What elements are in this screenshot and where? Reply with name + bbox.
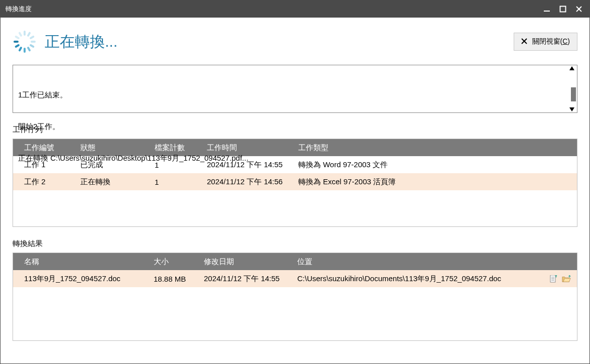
results-cell-name: 113年9月_1752_094527.doc bbox=[13, 274, 150, 284]
svg-rect-13 bbox=[14, 41, 19, 43]
svg-rect-6 bbox=[29, 35, 35, 39]
results-cell-modified: 2024/11/12 下午 14:55 bbox=[200, 274, 293, 284]
close-window-button[interactable] bbox=[575, 6, 582, 13]
results-header-size[interactable]: 大小 bbox=[150, 257, 200, 267]
scroll-up-button[interactable] bbox=[568, 66, 576, 70]
svg-rect-11 bbox=[18, 46, 22, 52]
svg-rect-9 bbox=[27, 46, 31, 52]
close-panel-label: 關閉視窗(C) bbox=[532, 37, 570, 46]
window-controls bbox=[543, 6, 582, 13]
results-header-modified[interactable]: 修改日期 bbox=[200, 257, 293, 267]
open-document-icon[interactable] bbox=[549, 275, 558, 283]
results-row[interactable]: 113年9月_1752_094527.doc 18.88 MB 2024/11/… bbox=[13, 270, 577, 287]
results-section-label: 轉換結果 bbox=[13, 239, 577, 249]
svg-marker-18 bbox=[569, 66, 574, 70]
results-header-row: 名稱 大小 修改日期 位置 bbox=[13, 253, 577, 270]
minimize-button[interactable] bbox=[543, 6, 550, 13]
results-cell-location: C:\Users\suzukihiro\Documents\113年9月_175… bbox=[293, 274, 541, 284]
svg-rect-15 bbox=[18, 32, 22, 37]
svg-rect-5 bbox=[27, 32, 31, 37]
loading-spinner-icon bbox=[13, 30, 37, 54]
page-header: 正在轉換... 關閉視窗(C) bbox=[13, 30, 577, 54]
results-header-name[interactable]: 名稱 bbox=[13, 257, 150, 267]
close-icon bbox=[521, 38, 527, 46]
results-body: 113年9月_1752_094527.doc 18.88 MB 2024/11/… bbox=[13, 270, 577, 340]
page-title: 正在轉換... bbox=[45, 32, 117, 52]
svg-rect-14 bbox=[15, 35, 20, 39]
svg-rect-4 bbox=[24, 31, 26, 36]
log-line: 1工作已結束。 bbox=[18, 89, 572, 100]
svg-rect-10 bbox=[24, 48, 26, 53]
log-line: 正在轉換 C:\Users\suzukihiro\Desktop\113年9月_… bbox=[18, 153, 572, 163]
log-output: 1工作已結束。 開始2工作。 正在轉換 C:\Users\suzukihiro\… bbox=[13, 65, 577, 113]
svg-rect-7 bbox=[31, 41, 36, 43]
window-title: 轉換進度 bbox=[6, 5, 543, 14]
close-panel-button[interactable]: 關閉視窗(C) bbox=[514, 33, 577, 51]
scrollbar-thumb[interactable] bbox=[571, 87, 576, 101]
results-table: 名稱 大小 修改日期 位置 113年9月_1752_094527.doc 18.… bbox=[13, 253, 577, 341]
results-header-location[interactable]: 位置 bbox=[293, 257, 541, 267]
results-cell-size: 18.88 MB bbox=[150, 275, 200, 283]
content-area: 正在轉換... 關閉視窗(C) 1工作已結束。 開始2工作。 正在轉換 C:\U… bbox=[1, 18, 589, 347]
svg-rect-12 bbox=[15, 44, 20, 48]
svg-rect-1 bbox=[560, 7, 566, 12]
svg-rect-8 bbox=[29, 44, 35, 48]
titlebar: 轉換進度 bbox=[1, 1, 589, 18]
scroll-down-button[interactable] bbox=[568, 107, 576, 111]
open-folder-icon[interactable] bbox=[562, 275, 571, 283]
maximize-button[interactable] bbox=[559, 6, 566, 13]
log-line: 開始2工作。 bbox=[18, 121, 572, 132]
svg-marker-19 bbox=[569, 107, 574, 111]
